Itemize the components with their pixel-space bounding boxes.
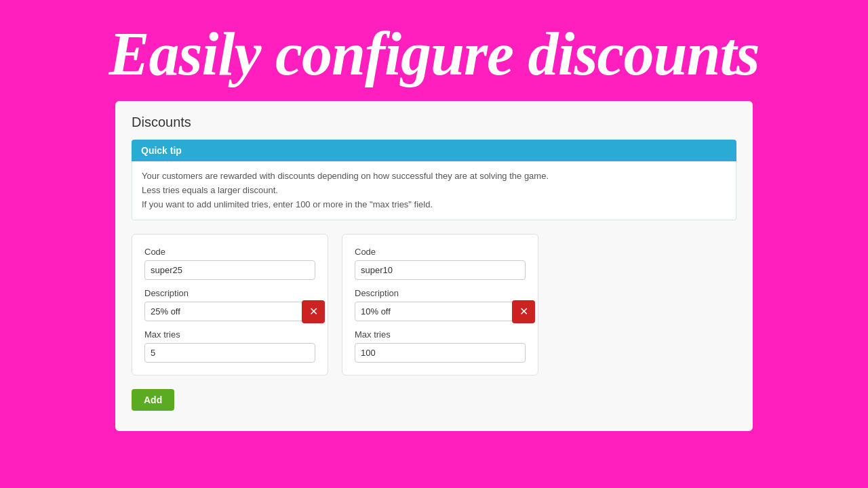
code-input-2[interactable] <box>355 260 526 280</box>
delete-icon-1: ✕ <box>309 305 318 318</box>
code-input-1[interactable] <box>144 260 315 280</box>
max-tries-input-1[interactable] <box>144 343 315 363</box>
delete-icon-2: ✕ <box>519 305 528 318</box>
quick-tip-container: Quick tip Your customers are rewarded wi… <box>132 140 736 220</box>
quick-tip-line3: If you want to add unlimited tries, ente… <box>142 198 726 212</box>
code-label-1: Code <box>144 247 315 257</box>
discount-card-2: Code Description ✕ Max tries <box>342 234 538 375</box>
delete-button-1[interactable]: ✕ <box>302 300 325 323</box>
max-tries-input-2[interactable] <box>355 343 526 363</box>
hero-title: Easily configure discounts <box>81 0 786 101</box>
quick-tip-line1: Your customers are rewarded with discoun… <box>142 169 726 184</box>
delete-button-2[interactable]: ✕ <box>512 300 535 323</box>
description-label-2: Description <box>355 288 526 298</box>
discount-card-1: Code Description ✕ Max tries <box>132 234 328 375</box>
max-tries-label-2: Max tries <box>355 329 526 340</box>
discount-cards-row: Code Description ✕ Max tries Code Descri… <box>132 234 736 375</box>
description-row-2: ✕ <box>355 302 526 321</box>
description-input-2[interactable] <box>355 302 526 321</box>
max-tries-label-1: Max tries <box>144 329 315 340</box>
description-input-1[interactable] <box>144 302 315 321</box>
description-label-1: Description <box>144 288 315 298</box>
description-row-1: ✕ <box>144 302 315 321</box>
quick-tip-line2: Less tries equals a larger discount. <box>142 184 726 198</box>
quick-tip-body: Your customers are rewarded with discoun… <box>132 161 736 220</box>
discounts-panel: Discounts Quick tip Your customers are r… <box>115 101 753 431</box>
add-button[interactable]: Add <box>132 389 174 411</box>
code-label-2: Code <box>355 247 526 257</box>
panel-title: Discounts <box>132 115 736 130</box>
quick-tip-header: Quick tip <box>132 140 736 161</box>
